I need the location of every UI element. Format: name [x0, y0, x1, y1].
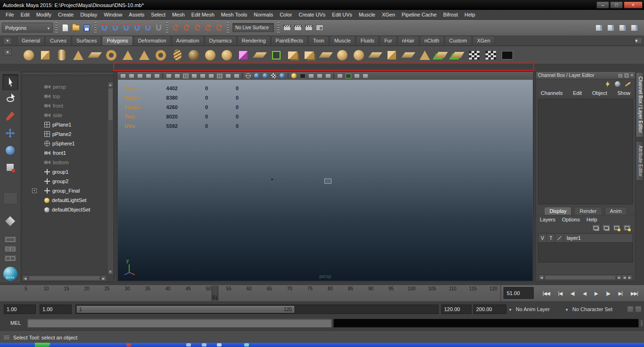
shelf-tab[interactable]: Toon: [308, 36, 329, 45]
scroll-up-icon[interactable]: [108, 82, 113, 87]
separator[interactable]: [241, 72, 244, 79]
live-surface-field[interactable]: No Live Surface: [232, 23, 274, 32]
component-pick-icon[interactable]: [268, 47, 284, 63]
playback-end-field[interactable]: 120.00: [441, 305, 471, 314]
layer-editor-menu[interactable]: Options: [562, 217, 580, 222]
new-scene-icon[interactable]: [60, 22, 70, 34]
close-button[interactable]: ×: [624, 1, 643, 8]
expand-toggle-icon[interactable]: [32, 188, 37, 193]
go-to-end-button[interactable]: ▶▶|: [631, 291, 638, 296]
gamma-icon[interactable]: [361, 72, 369, 79]
layer-editor-tab[interactable]: Render: [574, 207, 602, 215]
snap-together-icon[interactable]: [433, 47, 449, 63]
chevron-down-icon[interactable]: [566, 307, 568, 312]
separator[interactable]: [332, 72, 335, 79]
bridge-icon[interactable]: [400, 47, 416, 63]
menu-item[interactable]: Display: [77, 12, 100, 17]
outliner-item[interactable]: persp: [23, 82, 107, 92]
last-tool-slot[interactable]: [3, 192, 17, 204]
menu-item[interactable]: Muscle: [355, 12, 379, 17]
shelf-tab[interactable]: Deformation: [133, 36, 171, 45]
combine-icon[interactable]: [285, 47, 301, 63]
wireframe-on-shaded-icon[interactable]: [261, 72, 269, 79]
range-slider-handle[interactable]: 1 120: [77, 306, 294, 313]
show-attribute-editor-icon[interactable]: [605, 22, 616, 34]
layer-template-toggle[interactable]: T: [547, 234, 555, 242]
shelf-tab[interactable]: Surfaces: [72, 36, 101, 45]
step-back-key-button[interactable]: |◀: [558, 291, 562, 296]
motion-blur-icon[interactable]: [315, 72, 323, 79]
fold-plane-icon[interactable]: [252, 47, 268, 63]
poly-soccer-ball-icon[interactable]: [186, 47, 202, 63]
scroll-left-icon[interactable]: [622, 275, 627, 280]
menu-item[interactable]: Normals: [250, 12, 276, 17]
command-line-output[interactable]: [333, 319, 639, 328]
shelf-tab[interactable]: Fur: [380, 36, 397, 45]
shelf-tab[interactable]: PaintEffects: [271, 36, 308, 45]
shelf-tab[interactable]: Curves: [45, 36, 71, 45]
output-from-selected-icon[interactable]: [182, 22, 192, 34]
status-group-separator[interactable]: [55, 22, 58, 34]
close-panel-icon[interactable]: [630, 73, 633, 78]
screen-space-ao-icon[interactable]: [307, 72, 315, 79]
snap-to-grids-icon[interactable]: [99, 22, 109, 34]
selection-mode-dropdown[interactable]: Polygons: [2, 23, 53, 33]
scrollbar-thumb[interactable]: [108, 88, 113, 121]
menu-item[interactable]: Help: [461, 12, 479, 17]
shelf-tab[interactable]: nHair: [397, 36, 419, 45]
shelf-tab[interactable]: nCloth: [420, 36, 444, 45]
menu-item[interactable]: Bifrost: [440, 12, 461, 17]
taskbar-item[interactable]: [126, 343, 131, 347]
panel-grip[interactable]: [22, 72, 114, 76]
four-pane-layout-button[interactable]: [4, 245, 17, 253]
taskbar-item[interactable]: [186, 343, 191, 347]
outliner-item[interactable]: pPlane1: [23, 120, 107, 129]
menu-item[interactable]: Mesh: [169, 12, 188, 17]
time-slider[interactable]: 5101520253035404550556065707580859095100…: [0, 285, 501, 301]
poly-cone-icon[interactable]: [70, 47, 86, 63]
render-current-frame-icon[interactable]: [293, 22, 303, 34]
menu-item[interactable]: Modify: [33, 12, 55, 17]
2d-pan-zoom-icon[interactable]: [165, 72, 173, 79]
target-weld-icon[interactable]: [450, 47, 466, 63]
move-layer-down-icon[interactable]: [602, 224, 611, 232]
anim-layer-dropdown[interactable]: No Anim Layer: [516, 306, 550, 312]
detach-panel-icon[interactable]: [625, 74, 628, 77]
outliner-item[interactable]: top: [23, 92, 107, 101]
hyperbolic-slider-icon[interactable]: [614, 80, 621, 88]
menu-item[interactable]: File: [2, 12, 17, 17]
textured-icon[interactable]: [270, 72, 278, 79]
character-set-dropdown[interactable]: No Character Set: [572, 306, 612, 312]
lighting-icon[interactable]: [290, 72, 298, 79]
create-empty-layer-icon[interactable]: [612, 224, 621, 232]
show-tool-settings-icon[interactable]: [617, 22, 627, 34]
poly-prism-icon[interactable]: [120, 47, 136, 63]
shelf-tab[interactable]: Fluids: [356, 36, 379, 45]
poly-cube-icon[interactable]: [37, 47, 53, 63]
open-render-view-icon[interactable]: [282, 22, 292, 34]
menu-item[interactable]: Window: [100, 12, 125, 17]
camera-attributes-icon[interactable]: [136, 72, 144, 79]
menu-item[interactable]: Mesh Tools: [218, 12, 250, 17]
construction-history-off-icon[interactable]: [214, 22, 224, 34]
animation-end-field[interactable]: 200.00: [473, 305, 506, 314]
animation-preferences-icon[interactable]: [635, 306, 642, 313]
scale-tool[interactable]: [2, 159, 18, 175]
select-camera-icon[interactable]: [119, 72, 127, 79]
field-chart-icon[interactable]: [215, 72, 223, 79]
poly-torus-icon[interactable]: [103, 47, 119, 63]
taskbar-item[interactable]: [217, 343, 222, 347]
move-tool[interactable]: [2, 125, 18, 141]
auto-key-icon[interactable]: [627, 306, 634, 313]
shelf-tab[interactable]: XGen: [472, 36, 495, 45]
panel-grip-icon[interactable]: [618, 74, 623, 77]
show-channel-box-icon[interactable]: [629, 22, 639, 34]
scrollbar-thumb[interactable]: [545, 275, 616, 280]
status-group-separator[interactable]: [227, 22, 229, 34]
shelf-tab[interactable]: Dynamics: [205, 36, 237, 45]
smooth-shade-all-icon[interactable]: [253, 72, 261, 79]
isolate-select-icon[interactable]: [344, 72, 352, 79]
two-pane-layout-button[interactable]: [4, 254, 17, 262]
move-layer-up-icon[interactable]: [592, 224, 600, 232]
shelf-editor-icon[interactable]: [635, 37, 642, 44]
